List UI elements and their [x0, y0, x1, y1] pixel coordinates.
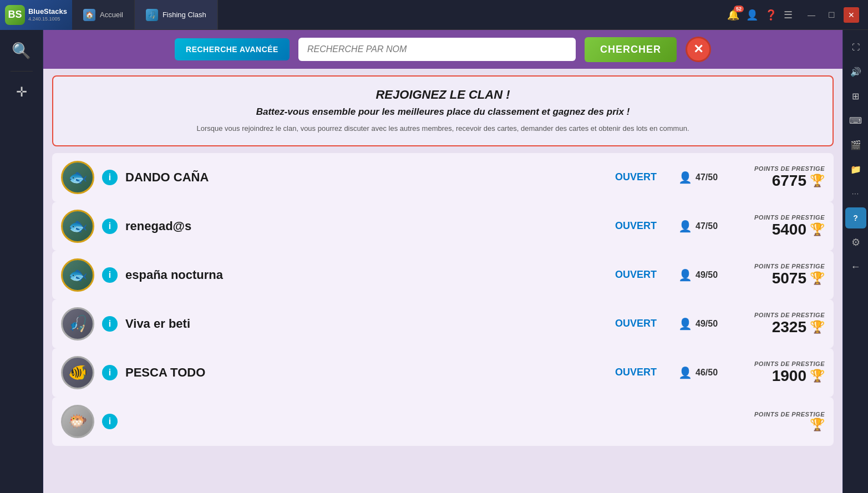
prestige-value-row: 5400 🏆: [736, 221, 825, 238]
clan-avatar: 🐟: [61, 161, 94, 194]
main-container: 🔍 ✛ RECHERCHE AVANCÉE CHERCHER ✕ REJOIGN…: [0, 30, 868, 493]
clan-rows-container: 🐟 i DANDO CAÑA OUVERT 👤 47/50 POINTS DE …: [52, 153, 834, 446]
more-button[interactable]: ···: [845, 183, 866, 204]
clan-info-icon[interactable]: i: [102, 316, 118, 332]
volume-button[interactable]: 🔊: [845, 61, 866, 82]
sidebar-crosshair-button[interactable]: ✛: [8, 78, 35, 106]
clan-row[interactable]: 🐡 i POINTS DE PRESTIGE 🏆: [52, 397, 834, 446]
clan-members: 👤 47/50: [678, 171, 728, 184]
grid-button[interactable]: ⊞: [845, 85, 866, 106]
fishing-tab-icon: 🎣: [146, 9, 158, 21]
clan-row[interactable]: 🐟 i españa nocturna OUVERT 👤 49/50 POINT…: [52, 251, 834, 299]
clan-avatar: 🐠: [61, 356, 94, 389]
advanced-search-button[interactable]: RECHERCHE AVANCÉE: [175, 38, 290, 60]
keyboard-button[interactable]: ⌨: [845, 110, 866, 131]
window-controls: — ☐ ✕: [804, 7, 859, 23]
prestige-value-row: 6775 🏆: [736, 172, 825, 190]
brand-name: BlueStacks: [28, 7, 67, 16]
notification-badge: 52: [734, 6, 744, 12]
maximize-button[interactable]: ☐: [824, 7, 839, 23]
person-icon: 👤: [678, 268, 692, 282]
titlebar-controls: 🔔 52 👤 ❓ ☰ — ☐ ✕: [718, 7, 868, 23]
notification-button[interactable]: 🔔 52: [727, 9, 739, 21]
right-sidebar: ⛶ 🔊 ⊞ ⌨ 🎬 📁 ··· ? ⚙ ←: [842, 30, 868, 493]
prestige-value: 6775: [772, 172, 806, 190]
join-banner-subtitle: Battez-vous ensemble pour les meilleures…: [67, 106, 819, 118]
clan-row[interactable]: 🐠 i PESCA TODO OUVERT 👤 46/50 POINTS DE …: [52, 348, 834, 397]
prestige-label: POINTS DE PRESTIGE: [736, 214, 825, 221]
clan-avatar: 🐡: [61, 405, 94, 438]
clan-name: DANDO CAÑA: [125, 170, 607, 185]
back-arrow-button[interactable]: ←: [845, 256, 866, 277]
member-count: 49/50: [696, 319, 718, 329]
profile-icon[interactable]: 👤: [746, 9, 758, 21]
sidebar-divider-1: [11, 71, 33, 72]
clan-status: OUVERT: [615, 269, 671, 281]
bluestacks-logo: BS BlueStacks 4.240.15.1005: [0, 0, 72, 30]
clan-row[interactable]: 🐟 i renegad@s OUVERT 👤 47/50 POINTS DE P…: [52, 202, 834, 251]
clan-info-icon[interactable]: i: [102, 414, 118, 429]
clan-row[interactable]: 🐟 i DANDO CAÑA OUVERT 👤 47/50 POINTS DE …: [52, 153, 834, 202]
join-banner-description: Lorsque vous rejoindrez le clan, vous po…: [67, 123, 819, 134]
member-count: 46/50: [696, 368, 718, 378]
search-button[interactable]: CHERCHER: [585, 37, 677, 62]
folder-button[interactable]: 📁: [845, 159, 866, 180]
help-blue-button[interactable]: ?: [845, 207, 866, 228]
prestige-label: POINTS DE PRESTIGE: [736, 360, 825, 367]
clan-name: PESCA TODO: [125, 365, 607, 380]
titlebar: BS BlueStacks 4.240.15.1005 🏠 Accueil 🎣 …: [0, 0, 868, 30]
close-button[interactable]: ✕: [844, 7, 859, 23]
person-icon: 👤: [678, 366, 692, 379]
clan-name: renegad@s: [125, 219, 607, 233]
clan-members: 👤 49/50: [678, 317, 728, 331]
clan-prestige: POINTS DE PRESTIGE 1900 🏆: [736, 360, 825, 385]
trophy-icon: 🏆: [810, 418, 825, 432]
prestige-label: POINTS DE PRESTIGE: [736, 411, 825, 418]
search-input[interactable]: [298, 38, 576, 61]
help-icon[interactable]: ❓: [765, 9, 777, 21]
clan-prestige: POINTS DE PRESTIGE 6775 🏆: [736, 165, 825, 190]
prestige-value: 1900: [772, 367, 806, 385]
clan-info-icon[interactable]: i: [102, 365, 118, 380]
tab-fishing-clash[interactable]: 🎣 Fishing Clash: [135, 0, 218, 29]
clan-status: OUVERT: [615, 367, 671, 378]
minimize-button[interactable]: —: [804, 7, 819, 23]
brand-info: BlueStacks 4.240.15.1005: [28, 7, 67, 22]
tab-accueil-label: Accueil: [100, 11, 123, 19]
member-count: 47/50: [696, 221, 718, 231]
search-input-wrapper: [298, 38, 576, 61]
trophy-icon: 🏆: [810, 174, 825, 188]
bs-icon: BS: [5, 5, 25, 25]
person-icon: 👤: [678, 220, 692, 233]
left-sidebar: 🔍 ✛: [0, 30, 43, 493]
clan-prestige: POINTS DE PRESTIGE 2325 🏆: [736, 312, 825, 336]
clan-info-icon[interactable]: i: [102, 267, 118, 283]
menu-icon[interactable]: ☰: [784, 9, 793, 21]
clan-name: Viva er beti: [125, 317, 607, 331]
settings-button[interactable]: ⚙: [845, 232, 866, 253]
clan-members: 👤 47/50: [678, 220, 728, 233]
game-content: RECHERCHE AVANCÉE CHERCHER ✕ REJOIGNEZ L…: [43, 30, 842, 493]
video-button[interactable]: 🎬: [845, 134, 866, 155]
search-bar: RECHERCHE AVANCÉE CHERCHER ✕: [43, 30, 842, 69]
prestige-value: 5075: [772, 270, 806, 287]
prestige-label: POINTS DE PRESTIGE: [736, 312, 825, 318]
clan-row[interactable]: 🎣 i Viva er beti OUVERT 👤 49/50 POINTS D…: [52, 299, 834, 348]
clan-status: OUVERT: [615, 171, 671, 183]
clan-list: REJOIGNEZ LE CLAN ! Battez-vous ensemble…: [43, 69, 842, 493]
clan-info-icon[interactable]: i: [102, 218, 118, 234]
clan-info-icon[interactable]: i: [102, 170, 118, 185]
clan-members: 👤 46/50: [678, 366, 728, 379]
clan-prestige: POINTS DE PRESTIGE 5075 🏆: [736, 263, 825, 287]
join-banner-title: REJOIGNEZ LE CLAN !: [67, 88, 819, 102]
fullscreen-button[interactable]: ⛶: [845, 37, 866, 58]
tab-accueil[interactable]: 🏠 Accueil: [72, 0, 135, 29]
sidebar-search-button[interactable]: 🔍: [8, 37, 35, 64]
member-count: 49/50: [696, 270, 718, 280]
titlebar-tabs: 🏠 Accueil 🎣 Fishing Clash: [72, 0, 718, 29]
home-tab-icon: 🏠: [83, 9, 95, 21]
join-banner: REJOIGNEZ LE CLAN ! Battez-vous ensemble…: [52, 75, 834, 146]
clan-name: españa nocturna: [125, 268, 607, 282]
close-red-button[interactable]: ✕: [686, 37, 711, 62]
trophy-icon: 🏆: [810, 369, 825, 383]
